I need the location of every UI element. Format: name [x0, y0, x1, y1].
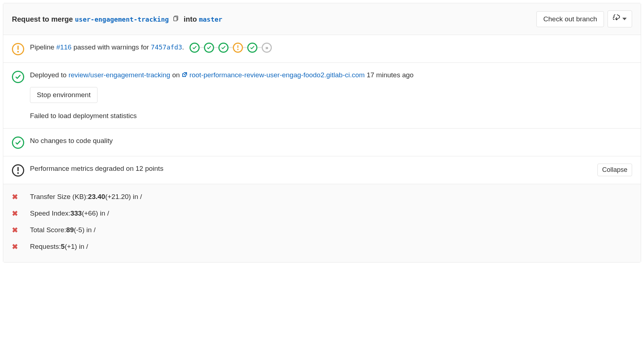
pipeline-text: Pipeline #116 passed with warnings for 7…: [30, 42, 632, 53]
svg-rect-4: [238, 45, 239, 48]
stage-pass-icon[interactable]: [190, 43, 200, 53]
deploy-pre: Deployed to: [30, 71, 69, 79]
stage-separator: [200, 47, 204, 48]
stop-environment-button[interactable]: Stop environment: [30, 87, 97, 103]
metric-delta: (+21.20): [105, 193, 131, 200]
deploy-time: 17 minutes ago: [365, 71, 413, 79]
svg-point-7: [17, 172, 19, 174]
merge-prefix: Request to merge: [12, 15, 73, 23]
pipeline-stages: »: [190, 43, 272, 53]
deploy-on: on: [170, 71, 182, 79]
metric-in: in /: [77, 243, 88, 250]
merge-header-text: Request to merge user-engagement-trackin…: [12, 14, 536, 25]
perf-status-warning-icon: [12, 164, 24, 177]
metric-label: Transfer Size (KB):: [30, 193, 88, 200]
metric-row: ✖Total Score:89(-5) in /: [3, 222, 641, 238]
perf-summary-text: Performance metrics degraded on 12 point…: [30, 164, 597, 174]
deploy-status-success-icon: [12, 71, 24, 83]
pipeline-pre: Pipeline: [30, 43, 56, 51]
svg-rect-6: [17, 167, 18, 171]
target-branch-link[interactable]: master: [199, 16, 222, 23]
metric-value: 5: [61, 243, 65, 250]
pipeline-mid: passed with warnings for: [71, 43, 151, 51]
svg-point-5: [237, 49, 239, 50]
deploy-host-link[interactable]: root-performance-review-user-engag-foodo…: [190, 71, 365, 79]
pipeline-commit-link[interactable]: 7457afd3: [151, 43, 182, 51]
metric-in: in /: [98, 209, 109, 217]
metric-text: Requests:5(+1) in /: [30, 242, 88, 252]
stage-pass-icon[interactable]: [204, 43, 214, 53]
pipeline-post: .: [182, 43, 184, 51]
x-fail-icon: ✖: [12, 225, 30, 235]
chevron-down-icon: [622, 18, 627, 20]
source-branch-link[interactable]: user-engagement-tracking: [75, 16, 169, 23]
svg-rect-2: [17, 46, 18, 50]
metric-value: 23.40: [88, 193, 105, 200]
metric-row: ✖Transfer Size (KB):23.40(+21.20) in /: [3, 188, 641, 205]
pipeline-status-warning-icon: [12, 43, 24, 55]
download-dropdown-button[interactable]: [608, 10, 632, 27]
code-quality-section: No changes to code quality: [3, 128, 641, 156]
merge-into: into: [184, 15, 197, 23]
deploy-text: Deployed to review/user-engagement-track…: [30, 70, 632, 81]
pipeline-link[interactable]: #116: [56, 43, 71, 51]
metric-in: in /: [131, 193, 142, 200]
stage-more-icon[interactable]: »: [262, 43, 272, 53]
external-link-icon: [182, 71, 187, 79]
stage-separator: [214, 47, 218, 48]
checkout-branch-button[interactable]: Check out branch: [536, 11, 604, 27]
metric-delta: (+66): [82, 209, 98, 217]
stage-separator: [243, 47, 247, 48]
cloud-download-icon: [613, 14, 620, 23]
metric-text: Transfer Size (KB):23.40(+21.20) in /: [30, 192, 142, 202]
deploy-stats-fail: Failed to load deployment statistics: [30, 111, 632, 121]
metric-in: in /: [84, 226, 96, 234]
metric-value: 89: [66, 226, 74, 234]
x-fail-icon: ✖: [12, 208, 30, 219]
metric-label: Requests:: [30, 243, 61, 250]
merge-request-widget: Request to merge user-engagement-trackin…: [3, 3, 641, 263]
pipeline-section: Pipeline #116 passed with warnings for 7…: [3, 35, 641, 62]
svg-point-3: [17, 51, 19, 52]
stage-pass-icon[interactable]: [247, 43, 257, 53]
metric-delta: (+1): [65, 243, 77, 250]
performance-metrics-list: ✖Transfer Size (KB):23.40(+21.20) in /✖S…: [3, 184, 641, 262]
stage-warn-icon[interactable]: [233, 43, 243, 53]
stage-separator: [229, 47, 233, 48]
quality-text: No changes to code quality: [30, 136, 632, 146]
metric-value: 333: [70, 209, 82, 217]
stage-pass-icon[interactable]: [218, 43, 229, 53]
metric-delta: (-5): [74, 226, 84, 234]
metric-row: ✖Speed Index:333(+66) in /: [3, 205, 641, 222]
metric-label: Speed Index:: [30, 209, 70, 217]
metric-label: Total Score:: [30, 226, 66, 234]
x-fail-icon: ✖: [12, 241, 30, 252]
metric-row: ✖Requests:5(+1) in /: [3, 238, 641, 255]
x-fail-icon: ✖: [12, 191, 30, 202]
performance-section: Performance metrics degraded on 12 point…: [3, 156, 641, 184]
stage-separator: [257, 47, 262, 48]
metric-text: Speed Index:333(+66) in /: [30, 208, 109, 219]
svg-rect-1: [174, 17, 177, 21]
deploy-env-link[interactable]: review/user-engagement-tracking: [69, 71, 170, 79]
quality-status-success-icon: [12, 136, 24, 149]
deploy-section: Deployed to review/user-engagement-track…: [3, 62, 641, 128]
copy-branch-icon[interactable]: [173, 15, 182, 23]
collapse-button[interactable]: Collapse: [597, 164, 632, 176]
metric-text: Total Score:89(-5) in /: [30, 225, 96, 235]
merge-header-section: Request to merge user-engagement-trackin…: [3, 3, 641, 35]
